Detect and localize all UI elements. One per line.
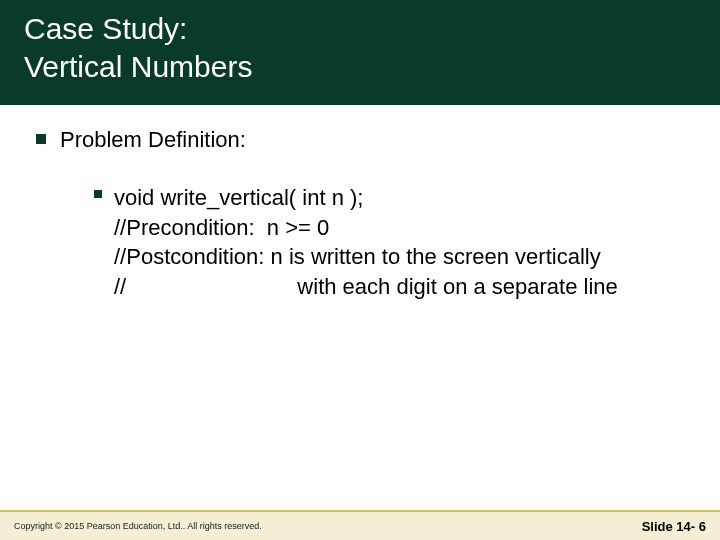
slide-number: Slide 14- 6 [642,519,706,534]
title-line-1: Case Study: [24,12,187,45]
problem-definition-heading: Problem Definition: [60,127,246,153]
square-bullet-icon [94,190,102,198]
title-line-2: Vertical Numbers [24,50,252,83]
title-band: Case Study: Vertical Numbers [0,0,720,105]
bullet-level-1: Problem Definition: [36,127,684,153]
slide-title: Case Study: Vertical Numbers [24,10,696,85]
slide: Case Study: Vertical Numbers Problem Def… [0,0,720,540]
copyright-text: Copyright © 2015 Pearson Education, Ltd.… [14,521,262,531]
slide-body: Problem Definition: void write_vertical(… [0,105,720,302]
bullet-level-2: void write_vertical( int n ); //Precondi… [94,183,684,302]
code-block: void write_vertical( int n ); //Precondi… [114,183,618,302]
footer-bar: Copyright © 2015 Pearson Education, Ltd.… [0,510,720,540]
square-bullet-icon [36,134,46,144]
